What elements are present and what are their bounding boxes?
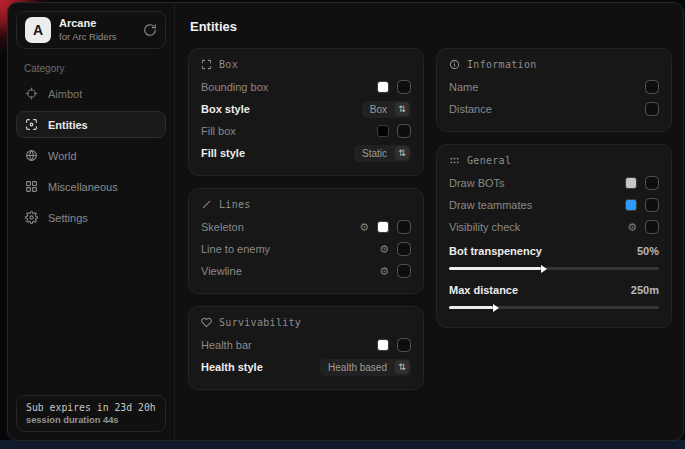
max-distance-group: Max distance 250m bbox=[449, 279, 659, 316]
sidebar-item-miscellaneous[interactable]: Miscellaneous bbox=[16, 173, 166, 200]
updown-icon: ⇅ bbox=[395, 102, 409, 116]
row-visibility-check: Visibility check ⚙ bbox=[449, 216, 659, 238]
checkbox[interactable] bbox=[397, 264, 411, 278]
sidebar-item-world[interactable]: World bbox=[16, 142, 166, 169]
panel-header-label: Lines bbox=[219, 199, 251, 210]
color-swatch[interactable] bbox=[377, 81, 389, 93]
updown-icon: ⇅ bbox=[395, 360, 409, 374]
panel-header-label: Survivability bbox=[219, 317, 301, 328]
fill-style-dropdown[interactable]: Static ⇅ bbox=[354, 145, 411, 162]
color-swatch[interactable] bbox=[377, 221, 389, 233]
brand-subtitle: for Arc Riders bbox=[59, 31, 117, 43]
row-label: Box style bbox=[201, 103, 250, 115]
health-style-dropdown[interactable]: Health based ⇅ bbox=[320, 359, 411, 376]
sidebar-item-entities[interactable]: Entities bbox=[16, 111, 166, 138]
row-label: Viewline bbox=[201, 265, 242, 277]
dropdown-value: Health based bbox=[320, 361, 395, 374]
checkbox[interactable] bbox=[645, 80, 659, 94]
color-swatch[interactable] bbox=[377, 339, 389, 351]
brand-card: A Arcane for Arc Riders bbox=[16, 11, 166, 49]
row-label: Skeleton bbox=[201, 221, 244, 233]
category-label: Category bbox=[24, 63, 166, 74]
row-label: Draw BOTs bbox=[449, 177, 505, 189]
scan-eye-icon bbox=[25, 118, 38, 131]
brand-logo-letter: A bbox=[33, 22, 43, 38]
scan-brackets-icon bbox=[201, 59, 212, 70]
row-health-style: Health style Health based ⇅ bbox=[201, 356, 411, 378]
session-duration-text: session duration 44s bbox=[26, 415, 156, 425]
row-label: Distance bbox=[449, 103, 492, 115]
brand-logo: A bbox=[25, 17, 51, 43]
left-column: Box Bounding box Box style Box ⇅ bbox=[188, 48, 424, 390]
row-label: Name bbox=[449, 81, 478, 93]
panel-lines: Lines Skeleton ⚙ Line to enemy ⚙ bbox=[188, 188, 424, 294]
app-window: A Arcane for Arc Riders Category Aimbot bbox=[7, 2, 684, 441]
max-distance-slider[interactable] bbox=[449, 301, 659, 316]
row-label: Bounding box bbox=[201, 81, 268, 93]
row-health-bar: Health bar bbox=[201, 334, 411, 356]
row-settings-icon[interactable]: ⚙ bbox=[627, 222, 637, 233]
bot-transparency-group: Bot transpenency 50% bbox=[449, 240, 659, 277]
right-column: Information Name Distance bbox=[436, 48, 672, 328]
panel-information: Information Name Distance bbox=[436, 48, 672, 132]
checkbox[interactable] bbox=[397, 220, 411, 234]
info-icon bbox=[449, 59, 460, 70]
checkbox[interactable] bbox=[645, 220, 659, 234]
checkbox[interactable] bbox=[397, 124, 411, 138]
checkbox[interactable] bbox=[397, 242, 411, 256]
brand-name: Arcane bbox=[59, 17, 117, 31]
panel-general: General Draw BOTs Draw teammates bbox=[436, 144, 672, 328]
dots-grid-icon bbox=[449, 155, 460, 166]
crosshair-icon bbox=[25, 87, 38, 100]
main-content: Entities Box Bounding box bbox=[175, 3, 683, 440]
row-settings-icon[interactable]: ⚙ bbox=[379, 266, 389, 277]
globe-icon bbox=[25, 149, 38, 162]
row-label: Visibility check bbox=[449, 221, 520, 233]
subscription-info-card: Sub expires in 23d 20h session duration … bbox=[16, 395, 166, 432]
row-label: Max distance bbox=[449, 284, 518, 296]
color-swatch[interactable] bbox=[625, 199, 637, 211]
updown-icon: ⇅ bbox=[395, 146, 409, 160]
row-label: Draw teammates bbox=[449, 199, 532, 211]
row-viewline: Viewline ⚙ bbox=[201, 260, 411, 282]
dropdown-value: Box bbox=[362, 103, 395, 116]
sidebar-item-settings[interactable]: Settings bbox=[16, 204, 166, 231]
row-box-style: Box style Box ⇅ bbox=[201, 98, 411, 120]
row-draw-bots: Draw BOTs bbox=[449, 172, 659, 194]
row-draw-teammates: Draw teammates bbox=[449, 194, 659, 216]
row-skeleton: Skeleton ⚙ bbox=[201, 216, 411, 238]
slider-value: 250m bbox=[631, 284, 659, 296]
diagonal-line-icon bbox=[201, 199, 212, 210]
heart-icon bbox=[201, 317, 212, 328]
grid-icon bbox=[25, 180, 38, 193]
checkbox[interactable] bbox=[645, 102, 659, 116]
sidebar-item-label: Aimbot bbox=[48, 88, 82, 100]
checkbox[interactable] bbox=[397, 338, 411, 352]
refresh-icon[interactable] bbox=[143, 23, 157, 37]
sidebar: A Arcane for Arc Riders Category Aimbot bbox=[8, 3, 175, 440]
brand-text: Arcane for Arc Riders bbox=[59, 17, 117, 43]
color-swatch[interactable] bbox=[625, 177, 637, 189]
panel-header-label: Box bbox=[219, 59, 238, 70]
sub-expiry-text: Sub expires in 23d 20h bbox=[26, 402, 156, 413]
panel-survivability: Survivability Health bar Health style He… bbox=[188, 306, 424, 390]
sidebar-item-aimbot[interactable]: Aimbot bbox=[16, 80, 166, 107]
slider-value: 50% bbox=[637, 245, 659, 257]
checkbox[interactable] bbox=[645, 198, 659, 212]
box-style-dropdown[interactable]: Box ⇅ bbox=[362, 101, 411, 118]
color-swatch[interactable] bbox=[377, 125, 389, 137]
row-label: Fill box bbox=[201, 125, 236, 137]
slider-fill bbox=[449, 267, 541, 270]
row-label: Health style bbox=[201, 361, 263, 373]
checkbox[interactable] bbox=[645, 176, 659, 190]
checkbox[interactable] bbox=[397, 80, 411, 94]
panel-header-label: Information bbox=[467, 59, 537, 70]
bot-transparency-slider[interactable] bbox=[449, 262, 659, 277]
row-line-to-enemy: Line to enemy ⚙ bbox=[201, 238, 411, 260]
panel-header-label: General bbox=[467, 155, 511, 166]
row-bounding-box: Bounding box bbox=[201, 76, 411, 98]
sidebar-item-label: Miscellaneous bbox=[48, 181, 118, 193]
row-settings-icon[interactable]: ⚙ bbox=[379, 244, 389, 255]
row-settings-icon[interactable]: ⚙ bbox=[359, 222, 369, 233]
slider-fill bbox=[449, 306, 493, 309]
